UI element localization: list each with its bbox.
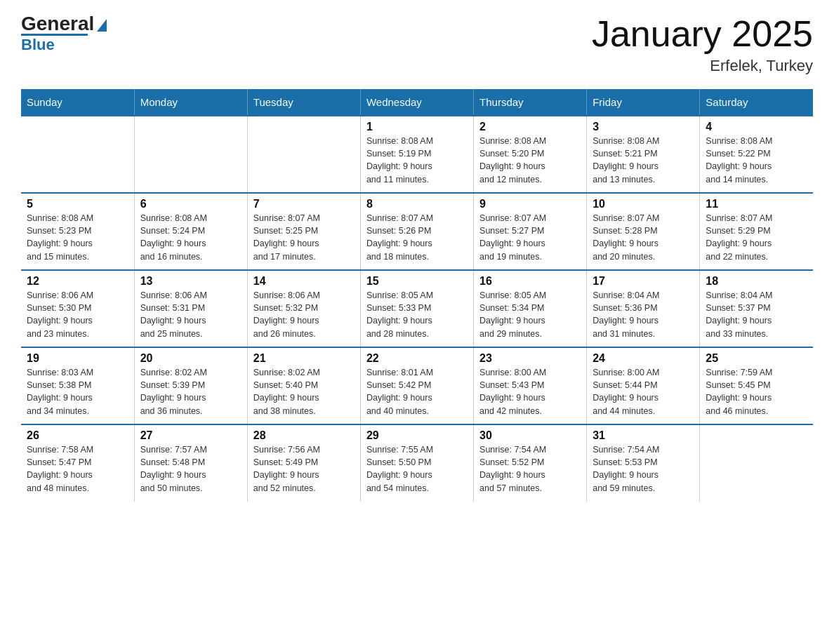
calendar-week-row: 12Sunrise: 8:06 AM Sunset: 5:30 PM Dayli… (21, 270, 813, 347)
calendar-cell: 11Sunrise: 8:07 AM Sunset: 5:29 PM Dayli… (700, 193, 813, 270)
day-info: Sunrise: 8:06 AM Sunset: 5:31 PM Dayligh… (140, 289, 241, 340)
day-number: 19 (27, 352, 128, 365)
day-info: Sunrise: 8:04 AM Sunset: 5:36 PM Dayligh… (593, 289, 694, 340)
day-info: Sunrise: 7:54 AM Sunset: 5:53 PM Dayligh… (593, 443, 694, 495)
day-number: 23 (479, 352, 581, 365)
day-of-week-header: Monday (134, 89, 247, 116)
day-of-week-header: Sunday (21, 89, 134, 116)
day-info: Sunrise: 8:07 AM Sunset: 5:25 PM Dayligh… (253, 212, 355, 263)
day-number: 27 (140, 429, 241, 442)
day-info: Sunrise: 8:03 AM Sunset: 5:38 PM Dayligh… (27, 366, 128, 417)
calendar-cell: 20Sunrise: 8:02 AM Sunset: 5:39 PM Dayli… (134, 347, 247, 424)
page-header: General Blue January 2025 Erfelek, Turke… (21, 14, 813, 75)
day-info: Sunrise: 7:54 AM Sunset: 5:52 PM Dayligh… (479, 443, 581, 495)
day-of-week-header: Tuesday (247, 89, 360, 116)
title-area: January 2025 Erfelek, Turkey (592, 14, 813, 75)
logo: General Blue (21, 14, 107, 54)
calendar-week-row: 5Sunrise: 8:08 AM Sunset: 5:23 PM Daylig… (21, 193, 813, 270)
day-number: 20 (140, 352, 241, 365)
day-info: Sunrise: 7:56 AM Sunset: 5:49 PM Dayligh… (253, 443, 355, 495)
day-number: 13 (140, 275, 241, 288)
calendar-cell: 29Sunrise: 7:55 AM Sunset: 5:50 PM Dayli… (360, 424, 473, 502)
calendar-cell: 31Sunrise: 7:54 AM Sunset: 5:53 PM Dayli… (587, 424, 700, 502)
calendar-cell: 21Sunrise: 8:02 AM Sunset: 5:40 PM Dayli… (247, 347, 360, 424)
day-number: 25 (706, 352, 807, 365)
calendar-cell: 23Sunrise: 8:00 AM Sunset: 5:43 PM Dayli… (474, 347, 587, 424)
calendar-cell: 9Sunrise: 8:07 AM Sunset: 5:27 PM Daylig… (474, 193, 587, 270)
day-info: Sunrise: 8:02 AM Sunset: 5:40 PM Dayligh… (253, 366, 355, 417)
calendar-cell: 15Sunrise: 8:05 AM Sunset: 5:33 PM Dayli… (360, 270, 473, 347)
day-number: 9 (479, 198, 581, 210)
day-info: Sunrise: 8:07 AM Sunset: 5:28 PM Dayligh… (593, 212, 694, 263)
logo-main-text: General (21, 14, 94, 34)
day-number: 22 (366, 352, 468, 365)
day-info: Sunrise: 8:02 AM Sunset: 5:39 PM Dayligh… (140, 366, 241, 417)
day-info: Sunrise: 8:07 AM Sunset: 5:29 PM Dayligh… (706, 212, 807, 263)
day-number: 16 (479, 275, 581, 288)
day-info: Sunrise: 8:05 AM Sunset: 5:33 PM Dayligh… (366, 289, 468, 340)
day-of-week-header: Friday (587, 89, 700, 116)
calendar-cell: 24Sunrise: 8:00 AM Sunset: 5:44 PM Dayli… (587, 347, 700, 424)
calendar-cell: 4Sunrise: 8:08 AM Sunset: 5:22 PM Daylig… (700, 116, 813, 193)
day-info: Sunrise: 8:04 AM Sunset: 5:37 PM Dayligh… (706, 289, 807, 340)
calendar-cell: 30Sunrise: 7:54 AM Sunset: 5:52 PM Dayli… (474, 424, 587, 502)
calendar-cell: 12Sunrise: 8:06 AM Sunset: 5:30 PM Dayli… (21, 270, 134, 347)
day-number: 15 (366, 275, 468, 288)
calendar-week-row: 19Sunrise: 8:03 AM Sunset: 5:38 PM Dayli… (21, 347, 813, 424)
day-info: Sunrise: 8:08 AM Sunset: 5:19 PM Dayligh… (366, 135, 468, 186)
day-info: Sunrise: 7:57 AM Sunset: 5:48 PM Dayligh… (140, 443, 241, 495)
day-number: 28 (253, 429, 355, 442)
calendar-cell (247, 116, 360, 193)
day-number: 21 (253, 352, 355, 365)
day-info: Sunrise: 8:08 AM Sunset: 5:21 PM Dayligh… (593, 135, 694, 186)
day-number: 5 (27, 198, 128, 210)
day-number: 11 (706, 198, 807, 210)
calendar-cell: 25Sunrise: 7:59 AM Sunset: 5:45 PM Dayli… (700, 347, 813, 424)
day-number: 14 (253, 275, 355, 288)
day-number: 10 (593, 198, 694, 210)
day-number: 18 (706, 275, 807, 288)
day-info: Sunrise: 7:58 AM Sunset: 5:47 PM Dayligh… (27, 443, 128, 495)
calendar-cell: 17Sunrise: 8:04 AM Sunset: 5:36 PM Dayli… (587, 270, 700, 347)
day-number: 1 (366, 121, 468, 133)
calendar-week-row: 26Sunrise: 7:58 AM Sunset: 5:47 PM Dayli… (21, 424, 813, 502)
day-info: Sunrise: 8:06 AM Sunset: 5:32 PM Dayligh… (253, 289, 355, 340)
logo-sub-text: Blue (21, 36, 55, 54)
day-info: Sunrise: 8:00 AM Sunset: 5:43 PM Dayligh… (479, 366, 581, 417)
day-info: Sunrise: 8:08 AM Sunset: 5:20 PM Dayligh… (479, 135, 581, 186)
calendar-cell: 19Sunrise: 8:03 AM Sunset: 5:38 PM Dayli… (21, 347, 134, 424)
day-info: Sunrise: 7:59 AM Sunset: 5:45 PM Dayligh… (706, 366, 807, 417)
calendar-cell: 16Sunrise: 8:05 AM Sunset: 5:34 PM Dayli… (474, 270, 587, 347)
calendar-cell: 26Sunrise: 7:58 AM Sunset: 5:47 PM Dayli… (21, 424, 134, 502)
calendar-title: January 2025 (592, 14, 813, 54)
day-number: 24 (593, 352, 694, 365)
day-number: 8 (366, 198, 468, 210)
calendar-cell: 1Sunrise: 8:08 AM Sunset: 5:19 PM Daylig… (360, 116, 473, 193)
day-number: 7 (253, 198, 355, 210)
calendar-cell: 10Sunrise: 8:07 AM Sunset: 5:28 PM Dayli… (587, 193, 700, 270)
day-number: 26 (27, 429, 128, 442)
day-info: Sunrise: 8:08 AM Sunset: 5:22 PM Dayligh… (706, 135, 807, 186)
calendar-cell (21, 116, 134, 193)
calendar-cell: 27Sunrise: 7:57 AM Sunset: 5:48 PM Dayli… (134, 424, 247, 502)
day-info: Sunrise: 7:55 AM Sunset: 5:50 PM Dayligh… (366, 443, 468, 495)
calendar-cell: 3Sunrise: 8:08 AM Sunset: 5:21 PM Daylig… (587, 116, 700, 193)
calendar-week-row: 1Sunrise: 8:08 AM Sunset: 5:19 PM Daylig… (21, 116, 813, 193)
calendar-cell: 2Sunrise: 8:08 AM Sunset: 5:20 PM Daylig… (474, 116, 587, 193)
calendar-cell: 8Sunrise: 8:07 AM Sunset: 5:26 PM Daylig… (360, 193, 473, 270)
day-number: 4 (706, 121, 807, 133)
day-number: 2 (479, 121, 581, 133)
calendar-cell: 22Sunrise: 8:01 AM Sunset: 5:42 PM Dayli… (360, 347, 473, 424)
day-number: 17 (593, 275, 694, 288)
day-number: 29 (366, 429, 468, 442)
calendar-header-row: SundayMondayTuesdayWednesdayThursdayFrid… (21, 89, 813, 116)
calendar-cell (134, 116, 247, 193)
calendar-cell: 18Sunrise: 8:04 AM Sunset: 5:37 PM Dayli… (700, 270, 813, 347)
day-number: 6 (140, 198, 241, 210)
calendar-cell: 5Sunrise: 8:08 AM Sunset: 5:23 PM Daylig… (21, 193, 134, 270)
day-number: 31 (593, 429, 694, 442)
day-info: Sunrise: 8:05 AM Sunset: 5:34 PM Dayligh… (479, 289, 581, 340)
day-number: 3 (593, 121, 694, 133)
day-info: Sunrise: 8:07 AM Sunset: 5:27 PM Dayligh… (479, 212, 581, 263)
day-info: Sunrise: 8:08 AM Sunset: 5:24 PM Dayligh… (140, 212, 241, 263)
